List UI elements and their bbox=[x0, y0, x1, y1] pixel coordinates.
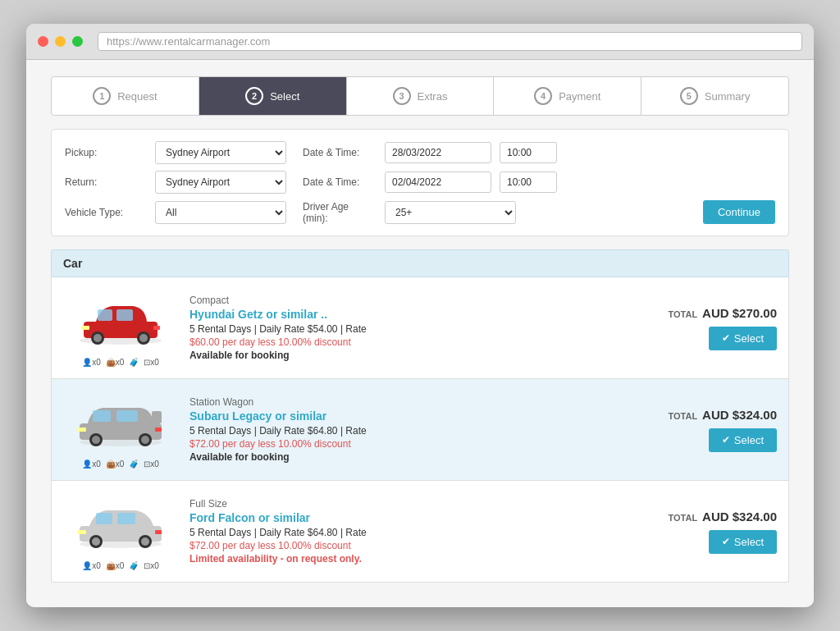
url-bar[interactable]: https://www.rentalcarmanager.com bbox=[98, 32, 802, 51]
select-label-wagon: Select bbox=[734, 434, 764, 446]
car-rate-compact: $60.00 per day less 10.00% discount bbox=[189, 336, 656, 348]
close-button[interactable] bbox=[38, 36, 48, 47]
car-image-box-compact: 👤x0 👜x0 🧳 ⊡x0 bbox=[63, 289, 178, 367]
continue-button[interactable]: Continue bbox=[703, 200, 775, 224]
maximize-button[interactable] bbox=[72, 36, 83, 47]
svg-rect-23 bbox=[96, 513, 112, 524]
price-total-label-wagon: TOTAL bbox=[668, 411, 697, 421]
car-card-compact: 👤x0 👜x0 🧳 ⊡x0 Compact Hyundai Getz or si… bbox=[51, 277, 789, 379]
step-label-5: Summary bbox=[705, 90, 751, 103]
price-amount-wagon: AUD $324.00 bbox=[702, 408, 777, 422]
car-availability-fullsize: Limited availability - on request only. bbox=[189, 553, 656, 565]
car-name-wagon: Subaru Legacy or similar bbox=[189, 409, 656, 423]
section-title: Car bbox=[51, 249, 789, 277]
browser-window: https://www.rentalcarmanager.com 1 Reque… bbox=[26, 24, 814, 607]
svg-rect-12 bbox=[93, 410, 111, 422]
pickup-date-input[interactable] bbox=[385, 142, 491, 163]
car-price-box-wagon: TOTAL AUD $324.00 ✔ Select bbox=[668, 408, 777, 452]
stepper: 1 Request 2 Select 3 Extras 4 Payment 5 … bbox=[51, 76, 789, 116]
car-availability-compact: Available for booking bbox=[189, 350, 656, 361]
select-button-fullsize[interactable]: ✔ Select bbox=[709, 530, 777, 554]
pickup-label: Pickup: bbox=[65, 147, 147, 158]
select-button-wagon[interactable]: ✔ Select bbox=[709, 428, 777, 452]
driver-age-label: Driver Age (min): bbox=[303, 201, 377, 224]
car-svg-wagon bbox=[71, 395, 170, 452]
car-svg-fullsize bbox=[71, 496, 170, 554]
form-row-return: Return: Sydney Airport Date & Time: bbox=[65, 171, 775, 194]
car-card-wagon: 👤x0 👜x0 🧳 ⊡x0 Station Wagon Subaru Legac… bbox=[51, 379, 789, 481]
select-label-fullsize: Select bbox=[734, 536, 764, 548]
select-label-compact: Select bbox=[734, 332, 764, 345]
svg-rect-19 bbox=[155, 428, 162, 432]
form-row-pickup: Pickup: Sydney Airport Date & Time: bbox=[65, 141, 775, 164]
car-category-wagon: Station Wagon bbox=[189, 396, 656, 408]
step-num-1: 1 bbox=[93, 87, 111, 105]
step-label-3: Extras bbox=[418, 90, 448, 103]
car-icons-compact: 👤x0 👜x0 🧳 ⊡x0 bbox=[82, 358, 159, 367]
date-time-label-2: Date & Time: bbox=[303, 176, 377, 188]
minimize-button[interactable] bbox=[55, 36, 66, 47]
svg-rect-8 bbox=[81, 326, 89, 330]
form-row-vehicle: Vehicle Type: All Driver Age (min): 25+ … bbox=[65, 200, 775, 224]
vehicle-type-label: Vehicle Type: bbox=[65, 207, 147, 218]
step-request[interactable]: 1 Request bbox=[52, 77, 199, 115]
step-label-2: Select bbox=[270, 90, 299, 103]
step-extras[interactable]: 3 Extras bbox=[347, 77, 495, 115]
svg-rect-29 bbox=[78, 530, 86, 534]
car-section: Car bbox=[51, 249, 789, 583]
svg-point-26 bbox=[92, 537, 100, 546]
return-date-input[interactable] bbox=[385, 171, 491, 193]
car-image-box-fullsize: 👤x0 👜x0 🧳 ⊡x0 bbox=[63, 492, 178, 570]
driver-age-select[interactable]: 25+ bbox=[385, 201, 516, 224]
car-info-compact: Compact Hyundai Getz or similar .. 5 Ren… bbox=[189, 295, 656, 361]
car-category-compact: Compact bbox=[189, 295, 656, 306]
car-image-wagon bbox=[67, 391, 174, 456]
return-time-input[interactable] bbox=[500, 171, 557, 193]
price-total-label-fullsize: TOTAL bbox=[668, 513, 697, 523]
price-total-label-compact: TOTAL bbox=[668, 309, 697, 319]
browser-titlebar: https://www.rentalcarmanager.com bbox=[26, 24, 814, 60]
car-icons-fullsize: 👤x0 👜x0 🧳 ⊡x0 bbox=[82, 561, 159, 570]
step-select[interactable]: 2 Select bbox=[199, 77, 347, 115]
car-details-wagon: 5 Rental Days | Daily Rate $64.80 | Rate bbox=[189, 425, 656, 437]
svg-rect-3 bbox=[116, 309, 133, 321]
vehicle-type-select[interactable]: All bbox=[155, 201, 286, 224]
step-num-4: 4 bbox=[534, 87, 552, 105]
car-card-fullsize: 👤x0 👜x0 🧳 ⊡x0 Full Size Ford Falcon or s… bbox=[51, 481, 789, 583]
select-button-compact[interactable]: ✔ Select bbox=[709, 327, 777, 350]
step-label-1: Request bbox=[117, 90, 157, 103]
svg-rect-24 bbox=[117, 513, 135, 524]
car-name-compact: Hyundai Getz or similar .. bbox=[189, 308, 656, 321]
car-info-fullsize: Full Size Ford Falcon or similar 5 Renta… bbox=[189, 498, 656, 565]
step-label-4: Payment bbox=[559, 90, 600, 103]
car-price-box-compact: TOTAL AUD $270.00 ✔ Select bbox=[668, 306, 777, 350]
price-label-fullsize: TOTAL AUD $324.00 bbox=[668, 510, 777, 524]
step-num-3: 3 bbox=[393, 87, 411, 105]
car-image-fullsize bbox=[67, 492, 174, 558]
step-summary[interactable]: 5 Summary bbox=[641, 77, 788, 115]
pickup-time-input[interactable] bbox=[500, 142, 557, 163]
car-svg-compact bbox=[71, 293, 170, 350]
svg-point-28 bbox=[141, 537, 149, 546]
car-rate-fullsize: $72.00 per day less 10.00% discount bbox=[189, 540, 656, 551]
svg-point-7 bbox=[139, 334, 148, 342]
svg-point-17 bbox=[141, 436, 149, 444]
car-price-box-fullsize: TOTAL AUD $324.00 ✔ Select bbox=[668, 510, 777, 554]
return-label: Return: bbox=[65, 176, 147, 188]
step-payment[interactable]: 4 Payment bbox=[494, 77, 641, 115]
search-form: Pickup: Sydney Airport Date & Time: Retu… bbox=[51, 129, 789, 236]
price-label-compact: TOTAL AUD $270.00 bbox=[668, 306, 777, 320]
price-amount-compact: AUD $270.00 bbox=[702, 306, 777, 320]
svg-point-5 bbox=[94, 334, 102, 342]
pickup-select[interactable]: Sydney Airport bbox=[155, 141, 286, 164]
car-image-compact bbox=[67, 289, 174, 354]
return-select[interactable]: Sydney Airport bbox=[155, 171, 286, 194]
svg-rect-30 bbox=[155, 530, 162, 534]
browser-content: 1 Request 2 Select 3 Extras 4 Payment 5 … bbox=[26, 60, 814, 607]
step-num-5: 5 bbox=[680, 87, 698, 105]
date-time-label-1: Date & Time: bbox=[303, 147, 377, 158]
check-icon-compact: ✔ bbox=[722, 332, 730, 344]
check-icon-fullsize: ✔ bbox=[722, 536, 730, 547]
car-category-fullsize: Full Size bbox=[189, 498, 656, 510]
car-rate-wagon: $72.00 per day less 10.00% discount bbox=[189, 438, 656, 450]
